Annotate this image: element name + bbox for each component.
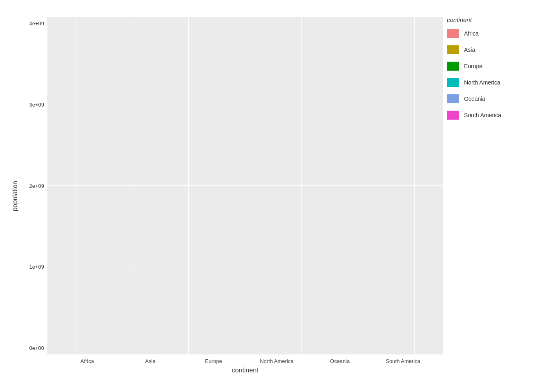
legend-items: AfricaAsiaEuropeNorth AmericaOceaniaSout… <box>447 29 533 127</box>
plot-grid <box>47 16 443 355</box>
plot-area-wrapper: population 4e+093e+092e+091e+090e+00 <box>8 8 443 384</box>
legend-label: Europe <box>464 63 482 69</box>
legend-item: Asia <box>447 45 533 54</box>
y-axis-ticks: 4e+093e+092e+091e+090e+00 <box>19 16 47 376</box>
x-axis-tick: North America <box>245 358 308 364</box>
x-axis-tick: Asia <box>119 358 182 364</box>
legend-label: Africa <box>464 30 479 37</box>
legend-label: Asia <box>464 47 475 53</box>
x-axis: AfricaAsiaEuropeNorth AmericaOceaniaSout… <box>47 355 443 364</box>
x-axis-tick: Europe <box>182 358 245 364</box>
legend-label: Oceania <box>464 96 485 102</box>
y-axis-tick: 4e+09 <box>29 20 44 27</box>
legend-item: South America <box>447 111 533 120</box>
legend-title: continent <box>447 16 533 23</box>
legend-label: North America <box>464 79 500 86</box>
y-axis-tick: 0e+00 <box>29 345 44 351</box>
legend-color-box <box>447 78 459 87</box>
legend-item: Europe <box>447 62 533 71</box>
legend-color-box <box>447 62 459 71</box>
legend: continent AfricaAsiaEuropeNorth AmericaO… <box>443 8 541 135</box>
plot-and-x: AfricaAsiaEuropeNorth AmericaOceaniaSout… <box>47 16 443 376</box>
legend-color-box <box>447 29 459 38</box>
y-axis-tick: 3e+09 <box>29 102 44 108</box>
legend-color-box <box>447 45 459 54</box>
legend-label: South America <box>464 112 501 118</box>
y-axis-label: population <box>8 16 19 376</box>
bars-area <box>47 16 443 355</box>
x-axis-label: continent <box>47 364 443 376</box>
legend-item: Africa <box>447 29 533 38</box>
legend-color-box <box>447 94 459 103</box>
y-axis-tick: 1e+09 <box>29 264 44 270</box>
x-axis-tick: South America <box>371 358 435 364</box>
legend-item: Oceania <box>447 94 533 103</box>
legend-color-box <box>447 111 459 120</box>
legend-item: North America <box>447 78 533 87</box>
y-axis-tick: 2e+09 <box>29 183 44 189</box>
chart-wrapper: population 4e+093e+092e+091e+090e+00 <box>8 8 541 384</box>
x-axis-tick: Oceania <box>308 358 372 364</box>
chart-container: population 4e+093e+092e+091e+090e+00 <box>0 0 549 392</box>
x-axis-tick: Africa <box>56 358 119 364</box>
